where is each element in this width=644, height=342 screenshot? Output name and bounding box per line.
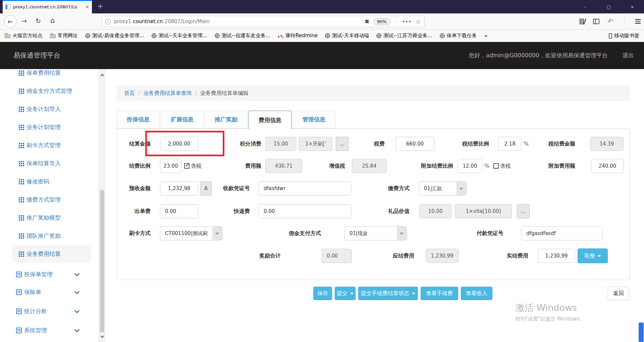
submit-status-button[interactable]: 提交手续费结算状态 (358, 287, 418, 300)
sidebar-section-proposal-mgmt[interactable]: 投保单管理 (0, 265, 99, 283)
select-commission-method[interactable]: 01|现金 (344, 226, 407, 240)
maximize-button[interactable]: ▢ (597, 0, 621, 13)
select-arrow[interactable] (457, 182, 466, 195)
sidebar-item-policy-settle-import[interactable]: 保单结算导入 (0, 154, 99, 172)
bookmark-star-icon[interactable]: ☆ (416, 18, 421, 25)
input-pay-receipt-no[interactable]: dfgasdfasdf (521, 226, 602, 240)
library-icon[interactable] (580, 18, 585, 24)
save-button[interactable]: 保存 (313, 287, 332, 300)
page-scrollbar-thumb[interactable] (639, 323, 644, 342)
sidebar-item-card-mode-mgmt[interactable]: 刷卡方式管理 (0, 136, 99, 154)
page-actions-icon[interactable]: ••• (402, 19, 412, 24)
browser-tab[interactable]: proxy1.countnet.cn:20807/Lo × (3, 0, 92, 13)
select-card-method[interactable]: CT001100|测试刷 (160, 226, 222, 240)
points-more-button[interactable]: ... (336, 137, 348, 151)
forward-button[interactable]: → (21, 17, 27, 24)
input-tax-ratio[interactable]: 2.18 (498, 137, 522, 151)
bookmark-item[interactable]: 常用网址 (50, 33, 78, 39)
view-fee-button[interactable]: 查看手续费 (421, 287, 458, 300)
zoom-level-badge[interactable]: 90% (373, 18, 390, 25)
breadcrumb-home-link[interactable]: 首页 (124, 90, 135, 97)
sidebar-toggle-icon[interactable] (593, 19, 599, 24)
sidebar-section-statistics[interactable]: 统计分析 (0, 302, 99, 320)
breadcrumb-parent-link[interactable]: 业务费用结算单查询 (143, 90, 192, 97)
bookmark-item[interactable]: 保单下载任务 (440, 33, 477, 39)
phone-icon (609, 33, 612, 39)
bookmark-item[interactable]: 测试--天丰业务管理... (152, 33, 207, 39)
url-bar[interactable]: i proxy1.countnet.cn:20807/Login/Main 90… (101, 16, 425, 27)
submit-button[interactable]: 提交 (335, 287, 356, 300)
bookmarks-overflow-chevron[interactable]: » (484, 33, 488, 39)
bookmark-item[interactable]: 测试-易保通业务管理... (85, 33, 144, 39)
sidebar-section-system-mgmt[interactable]: 系统管理 (0, 321, 99, 339)
bookmark-item[interactable]: 测试--信通车友业务... (215, 33, 270, 39)
scroll-up-icon[interactable] (100, 74, 104, 77)
sidebar-item-plan-import[interactable]: 业务计划导入 (0, 100, 99, 118)
input-issue-fee[interactable]: 0.00 (160, 204, 198, 218)
sidebar-section-insurance-policy[interactable]: 保险单 (0, 283, 99, 301)
sidebar-item-plan-mgmt[interactable]: 业务计划管理 (0, 118, 99, 136)
select-arrow[interactable] (213, 227, 222, 240)
input-express-fee[interactable]: 0.00 (259, 204, 351, 218)
sidebar-item-team-promo-reward[interactable]: 团队推广奖励 (0, 227, 99, 245)
tab-promo-reward[interactable]: 推广奖励 (205, 111, 248, 128)
input-extra-ratio[interactable]: 12.00 (458, 159, 482, 173)
bookmark-item[interactable]: 测试--江苏万舜业务... (376, 33, 432, 39)
grid-icon (19, 88, 24, 94)
tab-close-icon[interactable]: × (85, 4, 89, 9)
input-tax[interactable]: 660.00 (395, 137, 434, 151)
bookmark-item[interactable]: 火狐官方站点 (5, 33, 43, 39)
sidebar-item-payment-mode-mgmt[interactable]: 缴费方式管理 (0, 190, 99, 209)
input-prepaid[interactable]: 1,232,98 (160, 181, 198, 195)
sidebar-item-commission-pay-mgmt[interactable]: 佣金支付方式管理 (0, 82, 99, 100)
sidebar-scrollbar-thumb[interactable] (100, 190, 104, 332)
sidebar-item-change-password[interactable]: 修改密码 (0, 172, 99, 190)
sidebar-item-promo-reward-model[interactable]: 推广奖励模型 (0, 209, 99, 227)
menu-icon[interactable] (635, 19, 641, 24)
input-settle-ratio[interactable]: 23.00 (160, 159, 181, 173)
sidebar-item-business-fee-settle-active[interactable]: 业务费用结算 (0, 245, 99, 263)
sidebar-item-policy-fee-settle[interactable]: 保单费用结算 (0, 69, 99, 82)
back-button[interactable]: ← (4, 15, 17, 28)
reload-button[interactable]: ↻ (36, 17, 41, 24)
view-income-button[interactable]: 查看收入 (461, 287, 492, 300)
tab-extend-info[interactable]: 扩展信息 (161, 111, 204, 128)
new-tab-button[interactable]: + (95, 0, 106, 13)
scroll-down-icon[interactable] (100, 334, 104, 338)
bookmark-item[interactable]: 测试-天丰移动端 (325, 33, 369, 39)
minimize-button[interactable]: – (574, 0, 597, 13)
back-form-button[interactable]: 返回 (608, 287, 629, 300)
checkbox-checked[interactable]: ✓ (184, 163, 190, 169)
select-value: CT001100|测试刷 (160, 227, 213, 240)
logout-link[interactable]: 退出 (623, 52, 634, 59)
checkbox-unchecked[interactable] (493, 163, 499, 169)
select-arrow[interactable] (397, 227, 407, 240)
input-actual-fee[interactable]: 1,230,99 (538, 249, 575, 263)
sidebar-scrollbar[interactable] (99, 69, 105, 342)
bookmark-label: 常用网址 (58, 33, 78, 39)
tab-manage-info[interactable]: 管理信息 (292, 111, 335, 128)
bookmark-item[interactable]: 康特Redmine (278, 33, 318, 39)
breadcrumb-separator: / (195, 90, 197, 97)
select-pay-method[interactable]: 01|汇款 (419, 181, 467, 195)
home-button[interactable]: ⌂ (50, 16, 55, 24)
undo-icon[interactable]: ↶ (607, 17, 613, 25)
close-button[interactable]: × (621, 0, 644, 13)
bookmark-label: 康特Redmine (285, 33, 318, 39)
round-button[interactable]: 取整 (578, 248, 608, 263)
qr-code-icon[interactable] (365, 19, 369, 24)
input-extra-fee[interactable]: 240.00 (591, 159, 624, 173)
prepaid-a-button[interactable]: A (200, 181, 212, 195)
site-info-icon[interactable]: i (105, 19, 111, 24)
extra-tax-included-checkbox-wrap: 含税 (493, 159, 511, 173)
caret-down-icon (412, 293, 415, 295)
tab-fee-info-active[interactable]: 费用信息 (249, 111, 291, 129)
favicon-icon (5, 4, 10, 9)
url-domain: countnet.cn (133, 18, 163, 24)
gift-more-button[interactable]: ... (517, 204, 530, 218)
input-settle-amount[interactable]: 2,000.00 (160, 137, 198, 151)
input-receipt-no[interactable]: dfasfdwr (259, 181, 351, 195)
watermark-title: 激活 Windows (516, 302, 585, 314)
bookmark-item-mobile[interactable]: 移动版书签 (609, 33, 639, 39)
tab-insure-info[interactable]: 投保信息 (117, 111, 160, 128)
